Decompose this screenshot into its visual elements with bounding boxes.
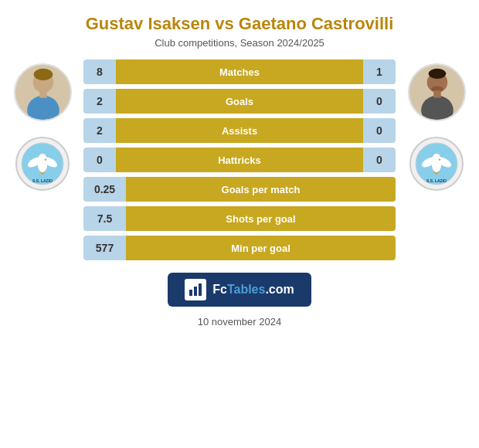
player2-club-logo: S.S. LAZIO xyxy=(409,137,464,191)
assists-left-value: 2 xyxy=(83,118,116,143)
left-column: S.S. LAZIO xyxy=(8,59,77,191)
shots-per-goal-label: Shots per goal xyxy=(126,206,396,231)
assists-label: Assists xyxy=(116,118,363,143)
svg-rect-4 xyxy=(39,91,46,98)
svg-text:S.S. LAZIO: S.S. LAZIO xyxy=(426,178,447,183)
matches-label: Matches xyxy=(116,59,363,84)
goals-left-value: 2 xyxy=(83,89,116,114)
hattricks-right-value: 0 xyxy=(363,148,396,172)
stat-row-hattricks: 0 Hattricks 0 xyxy=(83,148,396,172)
goals-per-match-label: Goals per match xyxy=(126,177,396,202)
stat-row-matches: 8 Matches 1 xyxy=(83,59,396,84)
stat-row-min-per-goal: 577 Min per goal xyxy=(83,236,396,260)
matches-left-value: 8 xyxy=(83,59,116,84)
goals-per-match-left-value: 0.25 xyxy=(83,177,126,202)
svg-rect-27 xyxy=(199,283,202,296)
hattricks-left-value: 0 xyxy=(83,148,116,172)
fctables-icon xyxy=(185,279,206,300)
min-per-goal-left-value: 577 xyxy=(83,236,126,260)
matches-right-value: 1 xyxy=(363,59,396,84)
shots-per-goal-left-value: 7.5 xyxy=(83,206,126,231)
min-per-goal-label: Min per goal xyxy=(126,236,396,260)
assists-right-value: 0 xyxy=(363,118,396,143)
fctables-brand-accent: Tables xyxy=(227,283,266,296)
player2-avatar xyxy=(408,63,466,121)
svg-rect-17 xyxy=(433,91,440,98)
page-container: Gustav Isaksen vs Gaetano Castrovilli Cl… xyxy=(0,0,479,448)
svg-point-14 xyxy=(428,69,446,79)
right-column: S.S. LAZIO xyxy=(402,59,471,191)
match-title: Gustav Isaksen vs Gaetano Castrovilli xyxy=(70,0,409,37)
fctables-banner[interactable]: FcTables.com xyxy=(168,273,311,307)
date-footer: 10 november 2024 xyxy=(198,316,281,328)
main-content: S.S. LAZIO 8 Matches 1 2 Goals 0 2 Assis… xyxy=(0,59,479,260)
stat-row-goals: 2 Goals 0 xyxy=(83,89,396,114)
goals-right-value: 0 xyxy=(363,89,396,114)
stat-row-assists: 2 Assists 0 xyxy=(83,118,396,143)
svg-text:S.S. LAZIO: S.S. LAZIO xyxy=(32,178,53,183)
svg-rect-26 xyxy=(194,287,197,296)
hattricks-label: Hattricks xyxy=(116,148,363,172)
match-subtitle: Club competitions, Season 2024/2025 xyxy=(155,37,324,49)
player1-club-logo: S.S. LAZIO xyxy=(15,137,70,191)
svg-rect-25 xyxy=(189,290,192,296)
stats-column: 8 Matches 1 2 Goals 0 2 Assists 0 0 Hatt… xyxy=(83,59,396,260)
svg-point-2 xyxy=(33,69,53,80)
fctables-brand-text: FcTables.com xyxy=(212,283,294,297)
goals-label: Goals xyxy=(116,89,363,114)
stat-row-goals-per-match: 0.25 Goals per match xyxy=(83,177,396,202)
stat-row-shots-per-goal: 7.5 Shots per goal xyxy=(83,206,396,231)
player1-avatar xyxy=(14,63,72,121)
